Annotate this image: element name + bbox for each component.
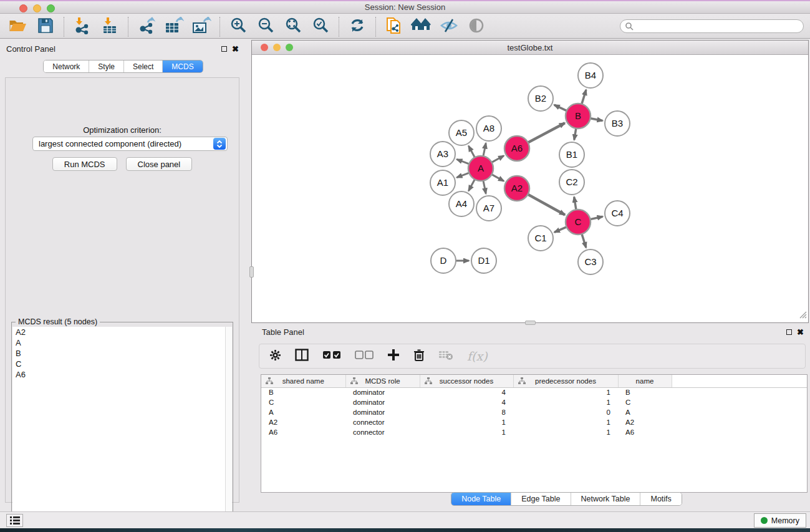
graph-node-C2[interactable]: C2 — [559, 170, 584, 195]
tab-select[interactable]: Select — [123, 60, 162, 72]
minimize-traffic-light[interactable] — [33, 4, 41, 12]
save-session-button[interactable] — [35, 17, 56, 37]
network-close-traffic-light[interactable] — [261, 44, 268, 51]
criterion-dropdown[interactable]: largest connected component (directed) — [32, 137, 228, 151]
refresh-button[interactable] — [347, 17, 368, 37]
column-header-name[interactable]: name — [618, 375, 672, 387]
task-history-button[interactable] — [6, 514, 23, 527]
graph-node-D[interactable]: D — [431, 248, 456, 273]
graph-edge-A-A1[interactable] — [456, 173, 469, 177]
hide-panel-button[interactable] — [438, 17, 460, 37]
table-row[interactable]: Adominator80A — [261, 407, 807, 417]
graph-edge-A6-B[interactable] — [528, 123, 565, 142]
new-network-button[interactable] — [383, 17, 405, 37]
import-table-button[interactable] — [99, 17, 120, 37]
graph-edge-C-C1[interactable] — [554, 227, 567, 233]
graph-edge-A-A8[interactable] — [483, 143, 486, 157]
network-graph[interactable]: B4B2BB3A5A8A6A3AB1A1C2A2A4A7CC4C1C3DD1 — [252, 56, 808, 322]
close-panel-icon[interactable]: ✖ — [232, 46, 239, 52]
vertical-scroll-thumb[interactable] — [249, 266, 254, 278]
tab-network-table[interactable]: Network Table — [571, 493, 640, 505]
result-list-item[interactable]: A — [12, 337, 232, 348]
graph-edge-C-C4[interactable] — [591, 216, 603, 219]
table-row[interactable]: A6connector11A6 — [261, 427, 807, 437]
search-input[interactable] — [620, 19, 804, 33]
graph-edge-A-A3[interactable] — [456, 159, 469, 163]
network-window-titlebar[interactable]: testGlobe.txt — [252, 41, 808, 55]
table-row[interactable]: Bdominator41B — [261, 387, 807, 397]
tab-network[interactable]: Network — [44, 60, 89, 72]
graph-edge-A-A2[interactable] — [492, 175, 504, 181]
tab-mcds[interactable]: MCDS — [162, 60, 202, 72]
table-settings-button[interactable] — [269, 349, 281, 364]
table-row[interactable]: A2connector11A2 — [261, 417, 807, 427]
graph-node-B1[interactable]: B1 — [559, 142, 584, 167]
graph-node-C1[interactable]: C1 — [528, 226, 553, 251]
zoom-traffic-light[interactable] — [47, 4, 55, 12]
tab-motifs[interactable]: Motifs — [640, 493, 681, 505]
table-close-panel-icon[interactable]: ✖ — [797, 329, 804, 336]
show-panel-button[interactable] — [466, 17, 487, 37]
graph-node-B3[interactable]: B3 — [605, 111, 630, 136]
network-zoom-traffic-light[interactable] — [286, 44, 293, 51]
graph-node-A7[interactable]: A7 — [476, 196, 501, 221]
memory-button[interactable]: Memory — [754, 513, 806, 528]
graph-edge-C-C2[interactable] — [574, 197, 576, 210]
export-table-button[interactable] — [163, 17, 185, 37]
result-list-item[interactable]: A6 — [12, 369, 232, 380]
run-mcds-button[interactable]: Run MCDS — [52, 157, 117, 171]
column-header-shared-name[interactable]: shared name — [261, 375, 345, 387]
show-column-button[interactable] — [295, 349, 309, 364]
float-panel-icon[interactable] — [221, 46, 227, 52]
network-canvas[interactable]: B4B2BB3A5A8A6A3AB1A1C2A2A4A7CC4C1C3DD1 — [252, 56, 808, 322]
zoom-out-button[interactable] — [255, 17, 276, 37]
column-header-successor-nodes[interactable]: successor nodes — [420, 375, 513, 387]
deselect-all-columns-icon[interactable] — [355, 351, 374, 362]
tab-node-table[interactable]: Node Table — [451, 493, 511, 505]
graph-edge-A-A5[interactable] — [468, 146, 475, 157]
graph-node-D1[interactable]: D1 — [471, 248, 496, 273]
graph-node-A5[interactable]: A5 — [449, 120, 474, 145]
close-panel-button[interactable]: Close panel — [126, 157, 193, 171]
add-column-button[interactable] — [387, 349, 400, 364]
select-all-columns-icon[interactable] — [322, 351, 341, 362]
network-minimize-traffic-light[interactable] — [273, 44, 281, 51]
graph-node-B[interactable]: B — [566, 104, 591, 128]
tab-edge-table[interactable]: Edge Table — [511, 493, 570, 505]
export-image-button[interactable] — [191, 17, 212, 37]
open-session-button[interactable] — [7, 17, 29, 37]
table-row[interactable]: Cdominator41C — [261, 397, 807, 407]
result-list-scrollbar[interactable] — [225, 327, 232, 532]
graph-node-A3[interactable]: A3 — [430, 142, 455, 167]
result-list-item[interactable]: B — [12, 348, 232, 359]
graph-node-A2[interactable]: A2 — [504, 176, 529, 201]
graph-edge-B-B3[interactable] — [591, 118, 603, 121]
graph-node-C4[interactable]: C4 — [605, 201, 630, 226]
import-network-button[interactable] — [72, 17, 93, 37]
graph-node-A[interactable]: A — [468, 156, 493, 181]
graph-edge-A-A6[interactable] — [492, 156, 504, 163]
graph-node-C[interactable]: C — [566, 210, 591, 235]
table-float-panel-icon[interactable] — [786, 329, 792, 335]
export-network-button[interactable] — [136, 17, 157, 37]
graph-edge-A2-C[interactable] — [528, 195, 565, 215]
horizontal-scroll-thumb[interactable] — [525, 321, 536, 325]
graph-node-A1[interactable]: A1 — [430, 170, 455, 195]
graph-node-C3[interactable]: C3 — [578, 249, 603, 274]
graph-node-A4[interactable]: A4 — [449, 191, 474, 216]
home-button[interactable] — [411, 17, 432, 37]
graph-edge-B-B4[interactable] — [582, 90, 586, 104]
zoom-in-button[interactable] — [228, 17, 249, 37]
graph-edge-A-A4[interactable] — [468, 180, 475, 191]
graph-node-B4[interactable]: B4 — [578, 63, 603, 88]
graph-edge-A-A7[interactable] — [483, 181, 486, 194]
close-traffic-light[interactable] — [19, 4, 27, 12]
zoom-fit-button[interactable] — [282, 17, 304, 37]
delete-column-button[interactable] — [413, 349, 425, 364]
result-list-item[interactable]: C — [12, 359, 232, 369]
graph-node-A6[interactable]: A6 — [504, 136, 529, 161]
zoom-selected-button[interactable] — [310, 17, 331, 37]
result-list-item[interactable]: A2 — [12, 327, 232, 337]
graph-edge-B-B1[interactable] — [574, 128, 576, 140]
mcds-result-list[interactable]: A2ABCA6 — [12, 327, 232, 532]
